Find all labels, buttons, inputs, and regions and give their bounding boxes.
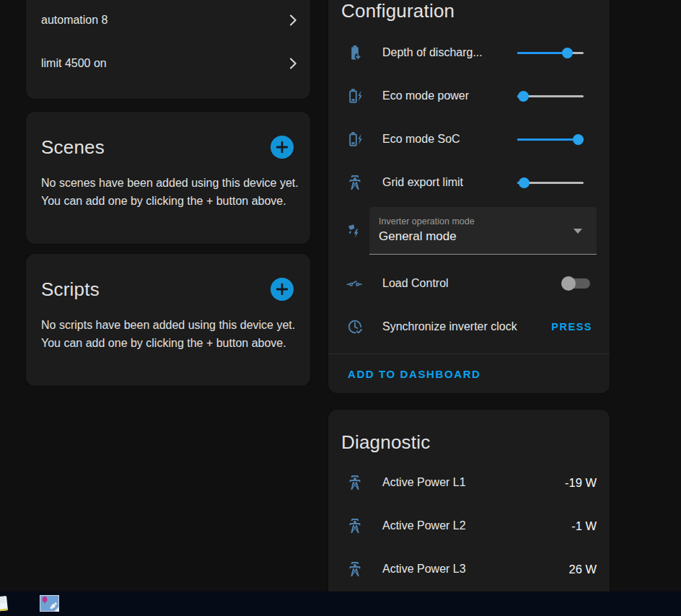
clock-check-icon <box>346 318 364 335</box>
config-row-grid-export-limit[interactable]: Grid export limit <box>328 161 610 204</box>
depth-of-discharge-slider[interactable] <box>517 47 584 58</box>
transmission-tower-icon <box>346 474 364 491</box>
diagnostic-title: Diagnostic <box>341 431 430 454</box>
automation-row[interactable]: limit 4500 on <box>26 42 310 85</box>
row-label: Eco mode SoC <box>382 133 460 146</box>
plus-circle-icon <box>271 278 294 301</box>
select-label: Inverter operation mode <box>379 216 475 226</box>
press-button[interactable]: PRESS <box>550 318 594 335</box>
row-label: Grid export limit <box>382 176 463 189</box>
eco-mode-power-slider[interactable] <box>517 90 584 102</box>
automations-card: automation 8 limit 4500 on <box>26 0 310 99</box>
slider-thumb[interactable] <box>562 48 573 58</box>
transmission-tower-icon <box>346 517 364 534</box>
row-label: Active Power L3 <box>382 563 466 576</box>
configuration-card: Configuration Depth of discharg... Eco m… <box>328 0 610 393</box>
scenes-card: Scenes No scenes have been added using t… <box>26 112 310 244</box>
solar-inverter-icon <box>346 222 364 239</box>
inverter-operation-mode-select[interactable]: Inverter operation mode General mode <box>369 207 597 255</box>
configuration-title: Configuration <box>341 0 454 22</box>
eco-mode-soc-slider[interactable] <box>517 133 584 145</box>
config-row-depth-of-discharge[interactable]: Depth of discharg... <box>328 31 610 74</box>
config-row-load-control[interactable]: Load Control <box>328 262 610 305</box>
taskbar <box>0 591 681 616</box>
chevron-down-icon <box>574 229 582 234</box>
battery-charging-icon <box>346 87 364 105</box>
add-script-button[interactable] <box>271 278 294 301</box>
chevron-right-icon <box>284 55 302 72</box>
row-label: Synchronize inverter clock <box>382 320 517 333</box>
transmission-tower-icon <box>346 174 364 191</box>
notepad-icon[interactable] <box>0 594 11 614</box>
grid-export-limit-slider[interactable] <box>517 177 584 188</box>
chevron-right-icon <box>284 12 302 29</box>
row-value: -1 W <box>571 519 597 533</box>
diagnostic-row-active-power-l3[interactable]: Active Power L3 26 W <box>328 547 610 591</box>
add-to-dashboard-button[interactable]: ADD TO DASHBOARD <box>348 365 481 383</box>
add-scene-button[interactable] <box>271 136 294 159</box>
row-label: Eco mode power <box>382 89 469 102</box>
diagnostic-card: Diagnostic Active Power L1 -19 W Active … <box>328 410 610 591</box>
configuration-card-footer: ADD TO DASHBOARD <box>328 353 610 394</box>
load-control-toggle[interactable] <box>563 276 590 291</box>
scenes-empty-text: No scenes have been added using this dev… <box>41 174 304 210</box>
config-row-sync-clock[interactable]: Synchronize inverter clock PRESS <box>328 305 610 348</box>
row-value: 26 W <box>568 563 597 576</box>
slider-thumb[interactable] <box>573 134 584 145</box>
slider-thumb[interactable] <box>519 177 530 188</box>
automation-row[interactable]: automation 8 <box>26 0 310 42</box>
row-label: Load Control <box>382 277 449 290</box>
transmission-tower-icon <box>346 560 364 578</box>
automation-label: limit 4500 on <box>26 57 107 70</box>
scripts-title: Scripts <box>41 278 100 301</box>
battery-charging-icon <box>346 131 364 148</box>
automation-label: automation 8 <box>26 14 108 27</box>
row-value: -19 W <box>565 476 597 490</box>
select-value: General mode <box>379 229 457 244</box>
electric-switch-icon <box>346 275 364 292</box>
scripts-card: Scripts No scripts have been added using… <box>26 254 310 386</box>
config-row-eco-mode-soc[interactable]: Eco mode SoC <box>328 118 610 161</box>
plus-circle-icon <box>271 136 294 159</box>
row-label: Active Power L1 <box>382 476 466 489</box>
diagnostic-row-active-power-l1[interactable]: Active Power L1 -19 W <box>328 461 610 504</box>
battery-arrow-down-icon <box>346 44 364 61</box>
config-row-eco-mode-power[interactable]: Eco mode power <box>328 74 610 118</box>
scenes-title: Scenes <box>41 136 105 159</box>
image-file-icon[interactable] <box>40 595 59 612</box>
slider-thumb[interactable] <box>518 91 529 102</box>
scripts-empty-text: No scripts have been added using this de… <box>41 316 304 352</box>
row-label: Active Power L2 <box>382 519 466 532</box>
row-label: Depth of discharg... <box>382 46 483 59</box>
diagnostic-row-active-power-l2[interactable]: Active Power L2 -1 W <box>328 504 610 547</box>
